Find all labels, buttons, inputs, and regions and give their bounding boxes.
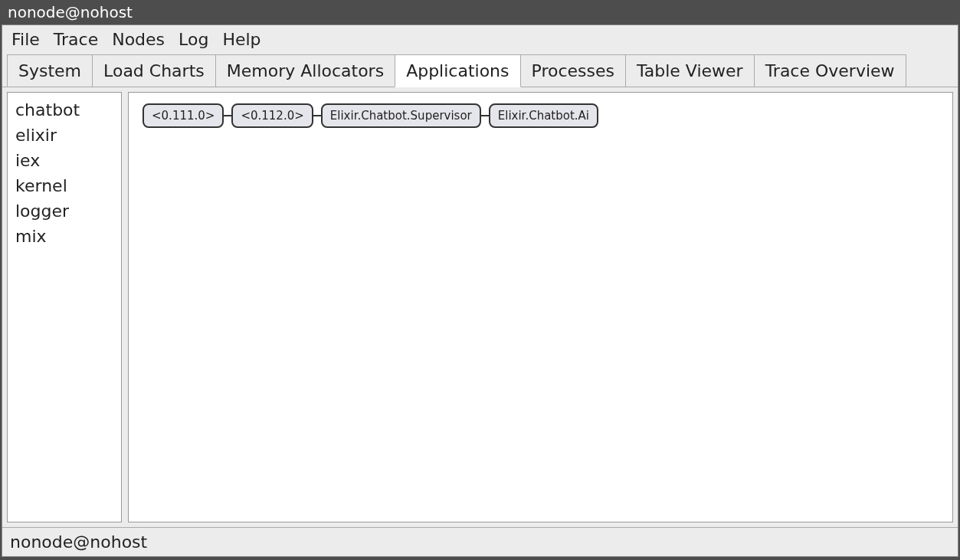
app-item-iex[interactable]: iex	[14, 148, 115, 173]
menu-log[interactable]: Log	[179, 30, 208, 49]
status-text: nonode@nohost	[10, 532, 147, 552]
tab-memory-allocators[interactable]: Memory Allocators	[215, 54, 395, 87]
app-item-kernel[interactable]: kernel	[14, 173, 115, 198]
tab-trace-overview[interactable]: Trace Overview	[754, 54, 906, 87]
content-area: chatbot elixir iex kernel logger mix <0.…	[2, 87, 958, 527]
app-item-mix[interactable]: mix	[14, 224, 115, 249]
app-item-logger[interactable]: logger	[14, 198, 115, 224]
process-node-pid[interactable]: <0.112.0>	[231, 103, 313, 128]
window-title: nonode@nohost	[8, 3, 133, 21]
menu-nodes[interactable]: Nodes	[112, 30, 165, 49]
process-node-pid[interactable]: <0.111.0>	[143, 103, 224, 128]
tab-applications[interactable]: Applications	[395, 54, 520, 87]
menubar: File Trace Nodes Log Help	[2, 25, 958, 54]
tree-connector	[224, 115, 231, 116]
tree-connector	[313, 115, 321, 116]
window-border-bottom	[0, 557, 960, 560]
tree-connector	[481, 115, 489, 116]
process-tree-row: <0.111.0> <0.112.0> Elixir.Chatbot.Super…	[129, 93, 952, 139]
app-item-chatbot[interactable]: chatbot	[14, 97, 115, 123]
window-body: File Trace Nodes Log Help System Load Ch…	[2, 25, 958, 557]
statusbar: nonode@nohost	[2, 527, 958, 556]
process-node-supervisor[interactable]: Elixir.Chatbot.Supervisor	[321, 103, 481, 128]
process-node-worker[interactable]: Elixir.Chatbot.Ai	[489, 103, 598, 128]
applications-list[interactable]: chatbot elixir iex kernel logger mix	[7, 92, 122, 522]
tab-bar: System Load Charts Memory Allocators App…	[2, 54, 958, 87]
menu-trace[interactable]: Trace	[54, 30, 98, 49]
titlebar: nonode@nohost	[0, 0, 960, 25]
tab-system[interactable]: System	[7, 54, 93, 87]
tab-processes[interactable]: Processes	[520, 54, 626, 87]
tab-table-viewer[interactable]: Table Viewer	[625, 54, 755, 87]
menu-help[interactable]: Help	[222, 30, 260, 49]
tab-load-charts[interactable]: Load Charts	[92, 54, 216, 87]
menu-file[interactable]: File	[11, 30, 40, 49]
process-tree-canvas[interactable]: <0.111.0> <0.112.0> Elixir.Chatbot.Super…	[128, 92, 953, 522]
app-item-elixir[interactable]: elixir	[14, 123, 115, 148]
